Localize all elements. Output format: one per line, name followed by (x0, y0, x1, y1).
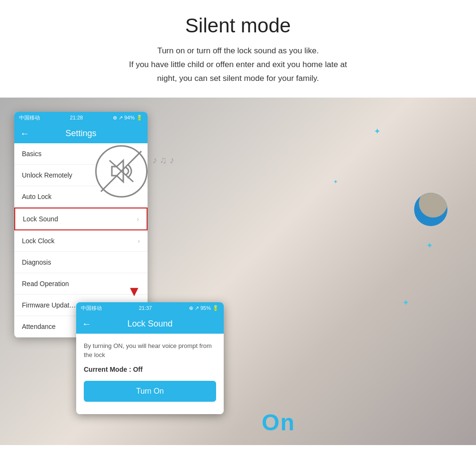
settings-item-diagnosis[interactable]: Diagnosis (14, 252, 148, 273)
lock-sound-description: By turning ON, you will hear voice promp… (84, 341, 216, 360)
moon-decoration (414, 193, 447, 226)
time-1: 21:28 (70, 115, 83, 120)
mute-icon (95, 145, 148, 198)
item-label-diagnosis: Diagnosis (22, 258, 51, 266)
battery-1: ⊕ ↗ 94% 🔋 (113, 115, 143, 121)
sparkle-4: ✦ (333, 178, 338, 185)
page-title: Silent mode (38, 14, 438, 37)
sparkle-2: ✦ (426, 240, 433, 251)
subtitle: Turn on or turn off the lock sound as yo… (38, 44, 438, 86)
chevron-lockclock: › (138, 237, 140, 245)
on-label: On (81, 409, 476, 436)
mute-svg (107, 158, 136, 184)
down-arrow: ▼ (127, 283, 141, 299)
item-label-basics: Basics (22, 150, 41, 158)
current-mode-label: Current Mode : Off (84, 366, 216, 373)
item-label-attendance: Attendance (22, 323, 56, 330)
carrier-2: 中国移动 (81, 305, 102, 312)
lock-sound-body: By turning ON, you will hear voice promp… (76, 334, 224, 414)
item-label-firmware: Firmware Updat… (22, 301, 76, 309)
status-bar-2: 中国移动 21:37 ⊕ ↗ 95% 🔋 (76, 302, 224, 314)
item-label-autolock: Auto Lock (22, 193, 51, 200)
time-2: 21:37 (139, 305, 152, 311)
settings-header: ← Settings (14, 124, 148, 143)
image-section: ✦ ✦ ✦ ✦ ♪ ♫ ♪ 中国移动 21:28 ⊕ ↗ 94% 🔋 ← Set… (0, 98, 476, 445)
music-notes: ♪ ♫ ♪ (152, 155, 174, 166)
subtitle-line1: Turn on or turn off the lock sound as yo… (157, 46, 318, 55)
svg-line-0 (109, 160, 133, 182)
item-label-readop: Read Operation (22, 280, 69, 288)
phone-lock-sound: 中国移动 21:37 ⊕ ↗ 95% 🔋 ← Lock Sound By tur… (76, 302, 224, 414)
chevron-locksound: › (137, 215, 139, 223)
settings-item-lockclock[interactable]: Lock Clock › (14, 230, 148, 252)
carrier-1: 中国移动 (19, 114, 40, 121)
lock-sound-title: Lock Sound (127, 319, 172, 329)
subtitle-line3: night, you can set silent mode for your … (157, 74, 319, 83)
item-label-locksound: Lock Sound (23, 215, 58, 223)
battery-2: ⊕ ↗ 95% 🔋 (189, 305, 219, 311)
back-arrow-2[interactable]: ← (82, 318, 91, 329)
turn-on-button[interactable]: Turn On (84, 381, 216, 402)
item-label-unlock: Unlock Remotely (22, 171, 72, 179)
back-arrow-1[interactable]: ← (20, 128, 30, 139)
status-bar-1: 中国移动 21:28 ⊕ ↗ 94% 🔋 (14, 112, 148, 124)
item-label-lockclock: Lock Clock (22, 237, 54, 245)
top-section: Silent mode Turn on or turn off the lock… (0, 0, 476, 98)
sparkle-3: ✦ (402, 298, 409, 308)
lock-sound-header: ← Lock Sound (76, 314, 224, 334)
sparkle-1: ✦ (374, 126, 381, 137)
settings-title: Settings (65, 129, 96, 139)
settings-item-locksound[interactable]: Lock Sound › (14, 208, 148, 230)
subtitle-line2: If you have little child or offen enter … (129, 60, 347, 69)
